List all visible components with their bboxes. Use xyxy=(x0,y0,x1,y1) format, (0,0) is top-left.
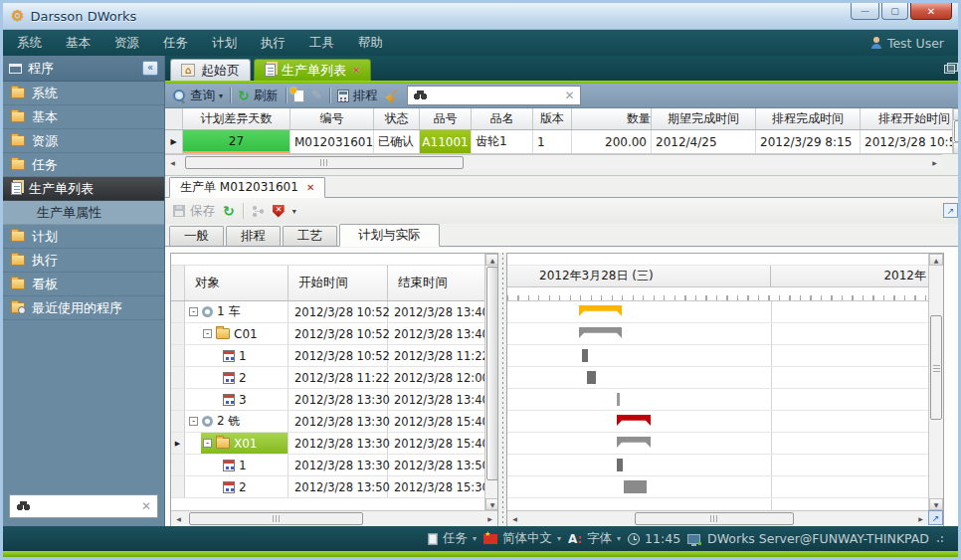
query-dropdown-icon[interactable]: ▾ xyxy=(219,92,223,100)
tree-vscrollbar[interactable]: ▲ ▼ xyxy=(484,254,497,510)
tab-production-order-list[interactable]: 生产单列表 ✕ xyxy=(254,59,371,81)
col-version[interactable]: 版本 xyxy=(533,108,572,129)
scroll-down-icon[interactable]: ▼ xyxy=(953,142,961,154)
scroll-up-icon[interactable]: ▲ xyxy=(929,254,943,266)
sidebar-search-box[interactable]: ✕ xyxy=(9,494,158,518)
col-code[interactable]: 编号 xyxy=(290,108,374,129)
detail-refresh-icon[interactable]: ↻ xyxy=(223,205,235,217)
tree-col-start[interactable]: 开始时间 xyxy=(288,266,388,300)
toolbar-search-box[interactable]: ✕ xyxy=(407,86,581,105)
gantt-bar-task[interactable] xyxy=(617,459,623,471)
popout-icon[interactable]: ↗ xyxy=(943,203,958,218)
scroll-thumb[interactable] xyxy=(486,267,497,480)
sidebar-item[interactable]: 生产单属性 xyxy=(3,201,164,225)
tree-row[interactable]: ▶-X012012/3/28 13:302012/3/28 15:40 xyxy=(171,433,484,455)
tab-close-icon[interactable]: ✕ xyxy=(352,65,360,76)
subtab-schedule[interactable]: 排程 xyxy=(226,226,281,246)
splitter-handle[interactable] xyxy=(498,253,506,526)
menu-help[interactable]: 帮助 xyxy=(358,35,383,52)
shield-icon[interactable] xyxy=(273,205,285,218)
broom-clear-icon[interactable] xyxy=(385,89,400,103)
sidebar-item[interactable]: 生产单列表 xyxy=(3,177,164,201)
detail-tab-close-icon[interactable]: ✕ xyxy=(306,182,314,193)
save-button[interactable]: 保存 xyxy=(173,203,215,220)
sidebar-item[interactable]: 任务 xyxy=(3,153,164,177)
gantt-bar-task[interactable] xyxy=(617,393,620,406)
tree-row[interactable]: 22012/3/28 11:222012/3/28 12:00 xyxy=(171,367,484,389)
query-button[interactable]: 查询 ▾ xyxy=(173,88,223,104)
scroll-right-icon[interactable]: ▶ xyxy=(913,511,928,526)
gantt-bar-task[interactable] xyxy=(624,480,647,493)
status-task-selector[interactable]: 任务 ▾ xyxy=(428,530,477,547)
shield-dropdown-icon[interactable]: ▾ xyxy=(292,207,296,216)
tree-row[interactable]: 22012/3/28 13:502012/3/28 15:30 xyxy=(171,476,484,498)
current-user[interactable]: Test User xyxy=(870,36,944,51)
sidebar-item[interactable]: 系统 xyxy=(3,82,164,105)
col-plan-diff-days[interactable]: 计划差异天数 xyxy=(183,108,290,129)
tree-row[interactable]: 32012/3/28 13:302012/3/28 13:40 xyxy=(171,389,484,411)
sidebar-collapse-button[interactable]: « xyxy=(142,61,158,76)
language-dropdown-icon[interactable]: ▾ xyxy=(557,534,561,543)
scroll-right-icon[interactable]: ▶ xyxy=(482,511,497,526)
tree-col-object[interactable]: 对象 xyxy=(185,266,288,300)
scroll-down-icon[interactable]: ▼ xyxy=(929,498,943,510)
maximize-button[interactable]: ▢ xyxy=(881,3,908,20)
font-dropdown-icon[interactable]: ▾ xyxy=(617,534,621,543)
tree-expander-icon[interactable]: - xyxy=(189,417,198,426)
col-sched-finish[interactable]: 排程完成时间 xyxy=(756,108,861,129)
sidebar-item[interactable]: 计划 xyxy=(3,225,164,249)
menu-basic[interactable]: 基本 xyxy=(66,35,91,52)
gantt-popout-icon[interactable]: ↗ xyxy=(928,510,943,525)
cascade-windows-icon[interactable] xyxy=(944,63,958,74)
toolbar-search-clear-icon[interactable]: ✕ xyxy=(565,89,575,102)
tree-row[interactable]: 12012/3/28 13:302012/3/28 13:50 xyxy=(171,455,484,476)
scroll-thumb[interactable] xyxy=(954,120,961,142)
menu-tools[interactable]: 工具 xyxy=(309,35,334,52)
scroll-up-icon[interactable]: ▲ xyxy=(953,108,961,120)
sidebar-item[interactable]: 最近使用的程序 xyxy=(3,296,164,320)
menu-resource[interactable]: 资源 xyxy=(114,35,139,52)
gantt-bar-summary[interactable] xyxy=(579,327,622,338)
gantt-hscrollbar[interactable]: ◀ ▶ xyxy=(507,510,928,526)
subtab-general[interactable]: 一般 xyxy=(169,226,224,246)
close-button[interactable]: ✕ xyxy=(910,3,952,20)
tree-expander-icon[interactable]: - xyxy=(203,329,212,338)
gantt-bar-summary[interactable] xyxy=(617,415,651,426)
tree-row[interactable]: -2 铣2012/3/28 13:302012/3/28 15:40 xyxy=(171,411,484,433)
col-status[interactable]: 状态 xyxy=(374,108,420,129)
menu-execute[interactable]: 执行 xyxy=(261,35,286,52)
scroll-left-icon[interactable]: ◀ xyxy=(507,511,522,526)
tab-home[interactable]: ⌂ 起始页 xyxy=(170,59,251,81)
status-language-selector[interactable]: 简体中文 ▾ xyxy=(483,530,561,547)
menu-system[interactable]: 系统 xyxy=(17,35,42,52)
refresh-button[interactable]: ↻ 刷新 xyxy=(238,88,279,104)
scroll-thumb[interactable] xyxy=(930,315,942,420)
task-dropdown-icon[interactable]: ▾ xyxy=(473,534,477,543)
tree-expander-icon[interactable]: - xyxy=(189,307,198,316)
grid-vscrollbar[interactable]: ▲ ▼ xyxy=(952,108,961,154)
gantt-bar-summary[interactable] xyxy=(617,437,651,448)
schedule-button[interactable]: 排程 xyxy=(337,88,378,104)
menu-plan[interactable]: 计划 xyxy=(212,35,237,52)
detail-tab-production-order[interactable]: 生产单 M012031601 ✕ xyxy=(169,177,325,198)
sidebar-item[interactable]: 执行 xyxy=(3,249,164,273)
menu-task[interactable]: 任务 xyxy=(163,35,188,52)
gantt-vscrollbar[interactable]: ▲ ▼ xyxy=(928,254,943,510)
tree-hscrollbar[interactable]: ◀ ▶ xyxy=(171,510,497,526)
scroll-thumb[interactable] xyxy=(185,156,464,169)
col-expect-finish[interactable]: 期望完成时间 xyxy=(652,108,756,129)
gantt-bar-summary[interactable] xyxy=(579,305,622,316)
sidebar-item[interactable]: 看板 xyxy=(3,273,164,296)
minimize-button[interactable]: — xyxy=(851,3,879,20)
sidebar-search-clear-icon[interactable]: ✕ xyxy=(141,499,151,513)
col-item-name[interactable]: 品名 xyxy=(472,108,533,129)
resize-grip[interactable] xyxy=(936,535,944,543)
col-item-no[interactable]: 品号 xyxy=(420,108,472,129)
sidebar-item[interactable]: 基本 xyxy=(3,105,164,129)
status-font-selector[interactable]: A: 字体 ▾ xyxy=(568,530,621,547)
tree-row[interactable]: -1 车2012/3/28 10:522012/3/28 13:40 xyxy=(171,301,484,323)
scroll-up-icon[interactable]: ▲ xyxy=(485,254,497,266)
grid-row[interactable]: ▶ 27 M012031601 已确认 A11001 齿轮1 1 200.00 … xyxy=(165,130,961,154)
col-sched-start[interactable]: 排程开始时间 xyxy=(861,108,961,129)
gantt-bar-task[interactable] xyxy=(582,349,588,362)
